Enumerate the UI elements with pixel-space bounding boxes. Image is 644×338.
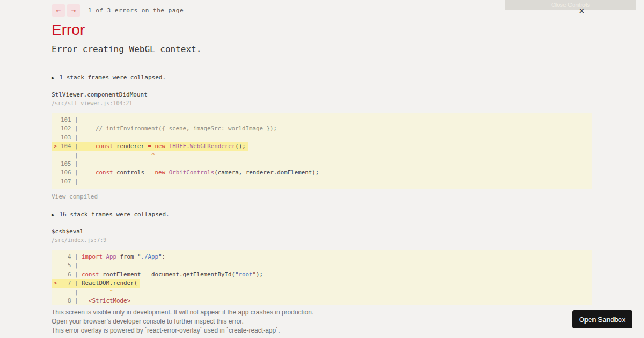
code-line: 6 | const rootElement = document.getElem… (52, 270, 592, 279)
code-line: 103 | (52, 134, 592, 142)
code-line: 105 | (52, 160, 592, 168)
dev-mode-disclaimer: This screen is visible only in developme… (52, 308, 313, 335)
divider (52, 63, 592, 63)
previous-error-button[interactable]: ← (52, 4, 65, 17)
code-line: > 104 | const renderer = new THREE.WebGL… (52, 142, 248, 151)
stack-frame-path-1: /src/stl-viewer.js:104:21 (52, 100, 133, 106)
code-line: 4 | import App from "./App"; (52, 253, 592, 261)
code-line: 102 | // initEnvironment({ scene, imageS… (52, 124, 592, 133)
stack-frame-path-2: /src/index.js:7:9 (52, 237, 106, 243)
error-counter: 1 of 3 errors on the page (88, 7, 184, 14)
stack-frame-function-1: StlViewer.componentDidMount (52, 91, 148, 98)
error-navigation: ← → 1 of 3 errors on the page (52, 4, 184, 17)
error-title: Error (52, 21, 85, 39)
code-snippet-1: 101 | 102 | // initEnvironment({ scene, … (52, 113, 592, 189)
code-line: 106 | const controls = new OrbitControls… (52, 168, 592, 177)
code-line: > 7 | ReactDOM.render( (52, 279, 140, 288)
expand-triangle-icon: ▶ (52, 212, 54, 217)
next-error-button[interactable]: → (67, 4, 80, 17)
code-caret-line: | ^ (52, 288, 592, 297)
collapsed-frames-toggle-2[interactable]: ▶16 stack frames were collapsed. (52, 211, 170, 218)
error-message: Error creating WebGL context. (52, 44, 201, 54)
close-controls-button[interactable]: Close Controls (505, 0, 636, 10)
expand-triangle-icon: ▶ (52, 75, 54, 80)
stack-frame-function-2: $csb$eval (52, 228, 84, 235)
open-sandbox-button[interactable]: Open Sandbox (572, 310, 632, 328)
code-snippet-2: 4 | import App from "./App"; 5 | 6 | con… (52, 250, 592, 305)
error-overlay-page: Close Controls × ← → 1 of 3 errors on th… (0, 0, 644, 338)
collapsed-frames-label: 16 stack frames were collapsed. (59, 211, 169, 218)
code-line: 101 | (52, 116, 592, 124)
code-line: 5 | (52, 261, 592, 270)
view-compiled-link[interactable]: View compiled (52, 193, 98, 200)
collapsed-frames-toggle-1[interactable]: ▶1 stack frames were collapsed. (52, 74, 166, 81)
footer-line: Open your browser’s developer console to… (52, 317, 313, 326)
code-line: 107 | (52, 178, 592, 186)
footer-line: This error overlay is powered by `react-… (52, 326, 313, 335)
code-caret-line: | ^ (52, 151, 592, 160)
collapsed-frames-label: 1 stack frames were collapsed. (59, 74, 166, 81)
footer-line: This screen is visible only in developme… (52, 308, 313, 317)
close-icon[interactable]: × (579, 5, 585, 16)
code-line: 8 | <StrictMode> (52, 297, 592, 305)
